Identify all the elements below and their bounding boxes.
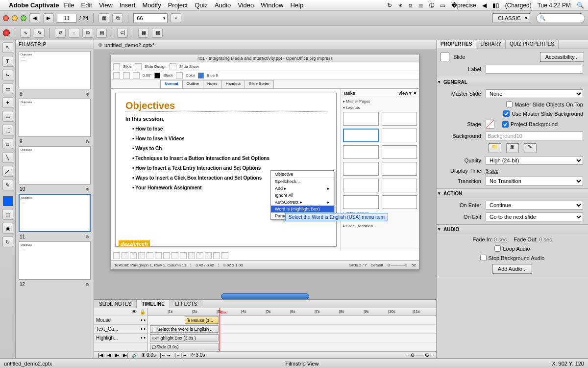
tl-first-button[interactable]: |◀: [98, 352, 103, 358]
document-tab[interactable]: ⊗untitled_demo2.cptx*: [94, 40, 436, 50]
wifi-icon[interactable]: �precise: [451, 2, 476, 9]
show-icon[interactable]: [170, 63, 176, 70]
tl-audio-icon[interactable]: 🔊: [132, 352, 138, 358]
battery-icon[interactable]: ▮▯: [492, 2, 499, 9]
menu-project[interactable]: Project: [168, 1, 188, 9]
slide-label-input[interactable]: [486, 65, 583, 74]
tl-snap-b[interactable]: |←| --: [174, 352, 187, 358]
menu-view[interactable]: View: [99, 1, 113, 9]
layout-thumb[interactable]: [343, 179, 379, 192]
track-highlight[interactable]: Highligh...• •: [94, 334, 147, 342]
ctx-item[interactable]: AutoCorrect ▸▸: [271, 199, 334, 206]
ctx-item[interactable]: Objective: [271, 171, 334, 178]
interaction-tool[interactable]: ⧈: [2, 138, 13, 149]
tasks-slide-trans[interactable]: ▸ Slide Transition: [343, 224, 417, 228]
track-text[interactable]: Text_Ca...• •: [94, 325, 147, 334]
filmstrip-slide-selected[interactable]: Objectives·······: [19, 194, 91, 232]
record-button[interactable]: [3, 29, 10, 36]
tasks-layouts[interactable]: ▾ Layouts: [343, 105, 417, 110]
tl-prev-button[interactable]: ◀: [107, 352, 111, 358]
tasks-master-pages[interactable]: ▸ Master Pages: [343, 99, 417, 104]
layout-thumb[interactable]: [382, 112, 417, 126]
tl-play-button[interactable]: ▶: [115, 352, 119, 358]
layout-thumb[interactable]: [343, 145, 379, 159]
clock-label[interactable]: Tue 4:22 PM: [538, 2, 571, 9]
menu-extra-icon[interactable]: ≣: [418, 2, 423, 9]
zoom-tool[interactable]: ✦: [2, 97, 13, 108]
window-traffic-lights[interactable]: [3, 15, 26, 21]
tb2-copy-icon[interactable]: ⧉: [55, 28, 66, 38]
tb2-grid2-icon[interactable]: ▦: [152, 28, 163, 38]
menu-video[interactable]: Video: [238, 1, 254, 9]
tool-icon-a[interactable]: ▦: [98, 13, 109, 23]
tool-icon-c[interactable]: ▫: [171, 13, 181, 23]
layout-thumb[interactable]: [382, 129, 417, 142]
tab-normal[interactable]: Normal: [160, 80, 183, 88]
workspace-dropdown[interactable]: CLASSIC: [492, 13, 530, 23]
layout-thumb[interactable]: [382, 195, 417, 209]
tb2-caption-icon[interactable]: ⊂|: [117, 28, 128, 38]
nav-prev-button[interactable]: ◀: [29, 13, 40, 23]
transition-select[interactable]: No Transition: [486, 177, 583, 185]
section-audio[interactable]: AUDIO: [437, 225, 588, 234]
text-caption-tool[interactable]: T: [2, 56, 13, 67]
filmstrip-slide[interactable]: Objectives·······: [19, 99, 91, 137]
misc-tool-b[interactable]: ▣: [2, 223, 13, 234]
lock-icon[interactable]: 🔒: [140, 309, 146, 315]
line-tool[interactable]: ╲: [2, 152, 13, 163]
filmstrip-slide[interactable]: Objectives··············: [19, 51, 91, 89]
clip-text-caption[interactable]: 📄 Select the Word is English ..: [150, 325, 219, 333]
menu-file[interactable]: File: [64, 1, 74, 9]
tab-quiz-properties[interactable]: QUIZ PROPERTIES: [506, 40, 559, 49]
cb-loop-audio[interactable]: [494, 245, 501, 252]
slide-icon[interactable]: [113, 63, 120, 70]
layout-thumb[interactable]: [382, 145, 417, 159]
volume-icon[interactable]: ◀: [482, 2, 487, 9]
close-icon[interactable]: ⊗: [98, 42, 102, 48]
tab-properties[interactable]: PROPERTIES: [437, 40, 476, 49]
menu-window[interactable]: Window: [261, 1, 283, 9]
clip-mouse[interactable]: 🖱 Mouse (1...: [185, 316, 219, 324]
add-audio-button[interactable]: Add Audio...: [492, 264, 532, 274]
pencil-tool[interactable]: ✎: [2, 180, 13, 190]
highlight-tool[interactable]: ▭: [2, 83, 13, 94]
layout-thumb[interactable]: [382, 179, 417, 192]
ctx-item[interactable]: Add ▸▸: [271, 185, 334, 192]
bg-delete-button[interactable]: 🗑: [506, 143, 519, 153]
clock-icon[interactable]: ➀: [429, 2, 434, 9]
tb2-page-icon[interactable]: ▫: [69, 28, 79, 38]
tab-sorter[interactable]: Slide Sorter: [245, 80, 274, 88]
app-name[interactable]: Adobe Captivate: [9, 1, 59, 9]
button-tool[interactable]: ⬚: [2, 125, 13, 135]
tab-timeline[interactable]: TIMELINE: [137, 300, 170, 308]
on-enter-select[interactable]: Continue: [486, 201, 583, 210]
fill-swatch[interactable]: [3, 196, 13, 206]
tb2-wand-icon[interactable]: ✎: [34, 28, 45, 38]
layout-thumb[interactable]: [382, 162, 417, 176]
display-icon[interactable]: ▭: [440, 2, 445, 9]
menu-audio[interactable]: Audio: [215, 1, 231, 9]
display-time-value[interactable]: 3 sec: [486, 168, 498, 174]
cb-stop-bg-audio[interactable]: [480, 255, 487, 261]
eye-icon[interactable]: 👁: [132, 309, 137, 315]
nav-next-button[interactable]: ▶: [43, 13, 54, 23]
tl-last-button[interactable]: ▶|: [123, 352, 128, 358]
cb-use-master-bg[interactable]: [503, 110, 510, 117]
layout-thumb-selected[interactable]: [343, 129, 379, 142]
tb2-audio-icon[interactable]: ∿: [20, 28, 31, 38]
ctx-item-highlighted[interactable]: Word is (Highlight Box): [271, 206, 334, 212]
pointer-tool[interactable]: ↖: [2, 42, 13, 53]
slide-number-input[interactable]: [57, 14, 76, 23]
rect-tool[interactable]: ▭: [2, 111, 13, 122]
quality-select[interactable]: High (24-bit): [486, 156, 583, 165]
bluetooth-icon[interactable]: ∗: [398, 2, 403, 9]
ctx-item[interactable]: Spellcheck...: [271, 178, 334, 185]
dropbox-icon[interactable]: ⧈: [409, 2, 413, 9]
master-slide-select[interactable]: None: [486, 89, 583, 98]
cb-project-bg[interactable]: [502, 121, 509, 128]
layout-thumb[interactable]: [343, 195, 379, 209]
design-icon[interactable]: [135, 63, 142, 70]
tl-snap-a[interactable]: |← --: [160, 352, 171, 358]
menu-edit[interactable]: Edit: [81, 1, 92, 9]
tab-library[interactable]: LIBRARY: [476, 40, 506, 49]
